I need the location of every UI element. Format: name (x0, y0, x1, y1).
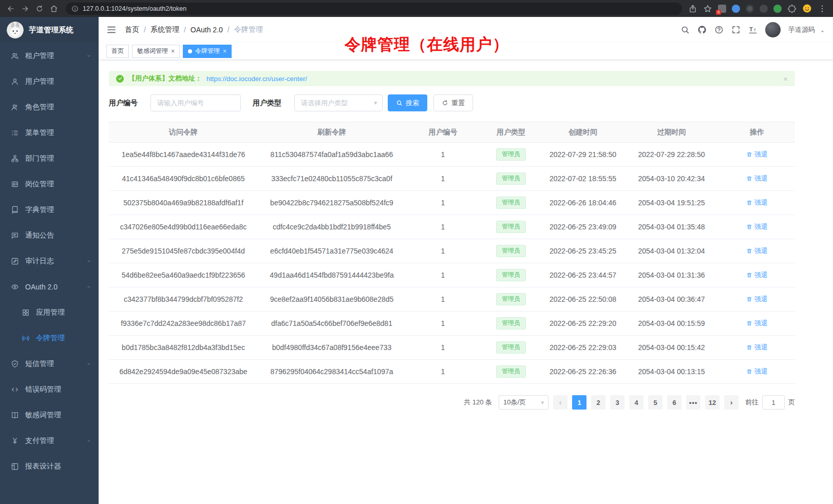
force-logout-button[interactable]: 强退 (746, 150, 768, 159)
delete-icon (746, 151, 752, 158)
font-size-icon[interactable]: TT (748, 25, 758, 34)
pagination: 共 120 条 10条/页 ▾ ‹ 123456•••12 › 前往 页 (109, 395, 795, 410)
sidebar-item-oauth2-token[interactable]: 令牌管理 (0, 325, 99, 351)
rabbit-logo-icon (7, 22, 24, 38)
extension-badged-icon[interactable]: 0 (718, 5, 726, 13)
alert-doc-link[interactable]: https://doc.iocoder.cn/user-center/ (206, 75, 307, 83)
sidebar-item-error-code[interactable]: 错误码管理 (0, 377, 99, 402)
user-id-cell: 1 (406, 287, 480, 312)
breadcrumb-item[interactable]: 首页 (125, 25, 139, 34)
next-page-button[interactable]: › (724, 395, 739, 410)
sidebar-item-sms[interactable]: 短信管理 (0, 351, 99, 377)
page-button-6[interactable]: 6 (667, 395, 681, 410)
tab-敏感词管理[interactable]: 敏感词管理× (132, 45, 180, 58)
page-size-select[interactable]: 10条/页 ▾ (499, 395, 548, 410)
sidebar-item-post[interactable]: 岗位管理 (0, 171, 99, 197)
sidebar-item-oauth2-app[interactable]: 应用管理 (0, 300, 99, 325)
prev-page-button[interactable]: ‹ (553, 395, 567, 410)
share-icon[interactable] (688, 4, 697, 13)
delete-icon (746, 369, 752, 375)
extension-green-icon[interactable] (773, 5, 782, 13)
user-type-badge: 管理员 (496, 172, 526, 185)
address-bar[interactable]: 127.0.0.1:1024/system/oauth2/token (66, 3, 682, 15)
sidebar-menu: 租户管理用户管理角色管理菜单管理部门管理岗位管理字典管理通知公告审计日志OAut… (0, 43, 99, 504)
help-icon[interactable] (714, 25, 724, 34)
action-cell: 强退 (719, 263, 795, 287)
extensions-puzzle-icon[interactable] (787, 4, 797, 13)
goto-page-input[interactable] (762, 395, 785, 410)
hamburger-icon[interactable] (106, 25, 117, 35)
sidebar-item-dept[interactable]: 部门管理 (0, 146, 99, 171)
user-type-select[interactable]: 请选择用户类型 ▾ (294, 94, 383, 111)
reset-button[interactable]: 重置 (433, 94, 473, 111)
breadcrumb-item[interactable]: OAuth 2.0 (191, 26, 223, 34)
action-cell: 强退 (719, 312, 795, 336)
site-info-icon[interactable] (71, 5, 79, 12)
user-avatar[interactable] (765, 22, 781, 37)
sidebar-item-menu[interactable]: 菜单管理 (0, 120, 99, 146)
force-logout-button[interactable]: 强退 (746, 319, 768, 328)
force-logout-button[interactable]: 强退 (746, 222, 768, 231)
dept-icon (11, 154, 19, 163)
access-token-cell: 54d6be82ee5a460a9aedc1f9bf223656 (109, 263, 258, 287)
force-logout-button[interactable]: 强退 (746, 367, 768, 376)
page-button-4[interactable]: 4 (629, 395, 643, 410)
force-logout-button[interactable]: 强退 (746, 198, 768, 207)
profile-avatar-icon[interactable] (802, 4, 812, 13)
app-logo[interactable]: 芋道管理系统 (0, 17, 99, 43)
sidebar-item-sensitive-word[interactable]: 敏感词管理 (0, 402, 99, 428)
more-pages-button[interactable]: ••• (686, 395, 701, 410)
force-logout-button[interactable]: 强退 (746, 295, 768, 304)
page-button-2[interactable]: 2 (591, 395, 605, 410)
user-name[interactable]: 芋道源码 (788, 25, 815, 34)
browser-forward-icon[interactable] (20, 4, 31, 14)
page-button-12[interactable]: 12 (705, 395, 720, 410)
browser-home-icon[interactable] (48, 4, 60, 14)
close-icon[interactable]: × (783, 74, 788, 83)
browser-back-icon[interactable] (5, 4, 16, 14)
sidebar-item-role[interactable]: 角色管理 (0, 94, 99, 120)
close-icon[interactable]: × (223, 48, 226, 54)
sidebar-item-dict[interactable]: 字典管理 (0, 197, 99, 223)
sidebar-item-user[interactable]: 用户管理 (0, 69, 99, 94)
browser-menu-icon[interactable] (818, 4, 827, 13)
extension-dark-icon[interactable] (746, 5, 754, 13)
page-button-1[interactable]: 1 (572, 395, 586, 410)
chevron-down-icon (86, 53, 92, 59)
user-type-badge: 管理员 (496, 148, 526, 161)
sidebar-item-pay[interactable]: 支付管理 (0, 428, 99, 454)
sidebar-item-tenant[interactable]: 租户管理 (0, 43, 99, 69)
breadcrumb-item[interactable]: 系统管理 (150, 25, 179, 34)
sidebar-item-oauth2[interactable]: OAuth 2.0 (0, 274, 99, 300)
search-icon[interactable] (680, 25, 690, 34)
tab-令牌管理[interactable]: 令牌管理× (183, 45, 232, 58)
user-type-label: 用户类型 (253, 99, 281, 108)
extension-dark2-icon[interactable] (760, 5, 768, 13)
browser-reload-icon[interactable] (34, 4, 45, 14)
fullscreen-icon[interactable] (731, 25, 741, 34)
close-icon[interactable]: × (171, 48, 175, 54)
tab-label: 敏感词管理 (137, 47, 168, 55)
page-button-3[interactable]: 3 (610, 395, 624, 410)
force-logout-button[interactable]: 强退 (746, 174, 768, 183)
force-logout-button[interactable]: 强退 (746, 246, 768, 256)
search-button[interactable]: 搜索 (388, 94, 427, 111)
sidebar-item-report-designer[interactable]: 报表设计器 (0, 454, 99, 479)
expire-time-cell: 2054-03-04 01:32:04 (624, 239, 719, 263)
create-time-cell: 2022-06-25 22:50:08 (542, 287, 624, 312)
sidebar-item-label: 支付管理 (25, 436, 86, 445)
github-icon[interactable] (697, 25, 707, 34)
user-id-input[interactable] (150, 94, 241, 111)
sidebar-item-audit-log[interactable]: 审计日志 (0, 248, 99, 274)
user-type-badge: 管理员 (496, 269, 526, 281)
force-logout-label: 强退 (754, 295, 768, 304)
page-button-5[interactable]: 5 (648, 395, 662, 410)
force-logout-button[interactable]: 强退 (746, 270, 768, 280)
extension-blue-icon[interactable] (732, 5, 740, 13)
tab-首页[interactable]: 首页 (106, 45, 129, 58)
action-cell: 强退 (719, 167, 795, 191)
sidebar-item-notice[interactable]: 通知公告 (0, 223, 99, 248)
chevron-down-icon[interactable] (820, 29, 825, 34)
force-logout-button[interactable]: 强退 (746, 343, 768, 352)
bookmark-star-icon[interactable] (703, 4, 712, 13)
